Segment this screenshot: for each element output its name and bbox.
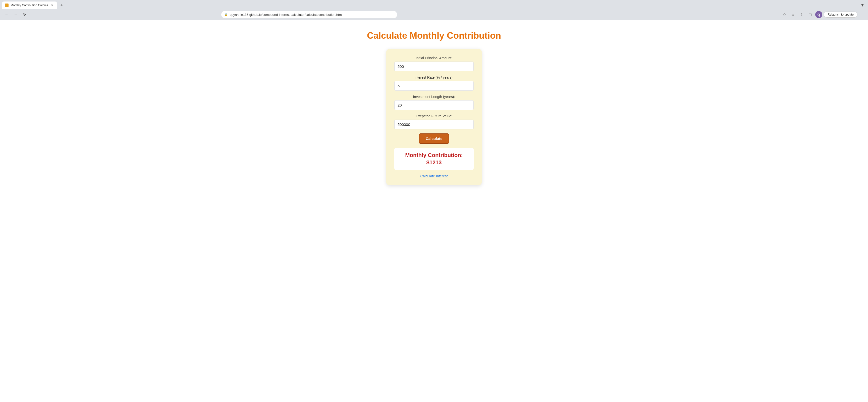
split-view-button[interactable]: ◫ (807, 11, 814, 18)
profile-button[interactable]: Q (815, 11, 822, 18)
tab-bar: Monthly Contibution Calcula ✕ + ▼ (0, 0, 868, 9)
rate-label: Interest Rate (% / years): (394, 75, 474, 80)
future-value-input[interactable] (394, 120, 474, 129)
length-label: Investment Length (years): (394, 95, 474, 99)
principal-input[interactable] (394, 62, 474, 71)
principal-label: Initial Principal Amount: (394, 56, 474, 60)
future-value-group: Exepcted Future Value: (394, 114, 474, 129)
result-box: Monthly Contribution: $1213 (394, 148, 474, 170)
extensions-button[interactable]: ◇ (789, 11, 797, 18)
relaunch-button[interactable]: Relaunch to update (824, 11, 858, 18)
download-button[interactable]: ⇩ (798, 11, 805, 18)
lock-icon: 🔒 (224, 13, 228, 16)
bookmark-button[interactable]: ☆ (781, 11, 788, 18)
new-tab-button[interactable]: + (58, 2, 65, 9)
page-title: Calculate Monthly Contribution (367, 30, 501, 41)
reload-button[interactable]: ↻ (21, 11, 28, 18)
calculate-button[interactable]: Calculate (419, 133, 449, 144)
principal-group: Initial Principal Amount: (394, 56, 474, 71)
tab-dropdown-button[interactable]: ▼ (859, 2, 866, 9)
rate-group: Interest Rate (% / years): (394, 75, 474, 91)
browser-chrome: Monthly Contibution Calcula ✕ + ▼ ← → ↻ … (0, 0, 868, 20)
result-text: Monthly Contribution: $1213 (398, 152, 470, 166)
browser-actions: ☆ ◇ ⇩ ◫ Q Relaunch to update ⋮ (781, 11, 865, 18)
tab-close-button[interactable]: ✕ (50, 3, 54, 7)
future-value-label: Exepcted Future Value: (394, 114, 474, 118)
address-bar-row: ← → ↻ 🔒 quynhnle135.github.io/compound-i… (0, 9, 868, 20)
calculate-interest-link-container: Calculate Interest (394, 174, 474, 178)
length-input[interactable] (394, 100, 474, 110)
address-text: quynhnle135.github.io/compound-interest-… (230, 13, 343, 17)
address-bar[interactable]: 🔒 quynhnle135.github.io/compound-interes… (221, 11, 397, 18)
calculator-card: Initial Principal Amount: Interest Rate … (386, 49, 482, 185)
rate-input[interactable] (394, 81, 474, 91)
back-button[interactable]: ← (3, 11, 10, 18)
active-tab[interactable]: Monthly Contibution Calcula ✕ (2, 1, 57, 9)
page-content: Calculate Monthly Contribution Initial P… (0, 20, 868, 402)
forward-button[interactable]: → (12, 11, 19, 18)
calculate-interest-link[interactable]: Calculate Interest (421, 174, 448, 178)
menu-button[interactable]: ⋮ (859, 11, 865, 18)
length-group: Investment Length (years): (394, 95, 474, 110)
tab-favicon (5, 3, 8, 7)
tab-title: Monthly Contibution Calcula (10, 3, 48, 7)
tab-bar-right: ▼ (859, 2, 866, 9)
